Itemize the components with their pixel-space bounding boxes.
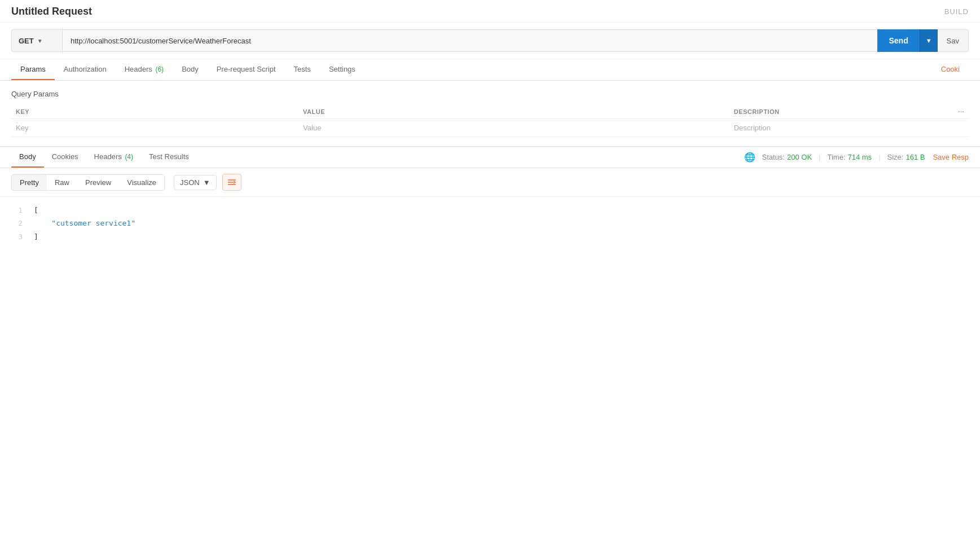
tab-tests[interactable]: Tests <box>285 59 320 80</box>
send-button[interactable]: Send <box>877 29 919 52</box>
size-label: Size: <box>887 153 904 161</box>
col-header-description: DESCRIPTION <box>729 105 921 119</box>
response-meta: 🌐 Status: 200 OK | Time: 714 ms | Size: … <box>744 152 969 162</box>
params-table: KEY VALUE DESCRIPTION ··· Key Value Desc… <box>11 105 969 137</box>
url-bar: GET ▼ Send ▼ Sav <box>0 23 980 59</box>
description-cell[interactable]: Description <box>729 119 921 137</box>
resp-tab-test-results[interactable]: Test Results <box>141 147 197 168</box>
wrap-icon <box>227 178 236 186</box>
tab-body[interactable]: Body <box>173 59 208 80</box>
request-tabs: Params Authorization Headers (6) Body Pr… <box>0 59 980 81</box>
build-label: BUILD <box>944 7 969 16</box>
format-tabs: Pretty Raw Preview Visualize <box>11 174 165 191</box>
col-header-key: KEY <box>11 105 298 119</box>
format-tab-preview[interactable]: Preview <box>77 175 119 190</box>
method-select[interactable]: GET ▼ <box>11 29 62 52</box>
send-label: Send <box>889 36 908 45</box>
value-cell[interactable]: Value <box>298 119 729 137</box>
send-dropdown-arrow[interactable]: ▼ <box>920 29 938 52</box>
format-tab-visualize[interactable]: Visualize <box>119 175 164 190</box>
json-chevron-icon: ▼ <box>203 178 210 187</box>
status-value: 200 OK <box>787 153 812 161</box>
wrap-button[interactable] <box>222 174 241 191</box>
code-string-value: "cutsomer service1" <box>34 217 135 230</box>
tab-cookies[interactable]: Cooki <box>932 59 969 80</box>
globe-icon: 🌐 <box>744 152 755 162</box>
tab-settings[interactable]: Settings <box>320 59 364 80</box>
resp-headers-badge: (4) <box>125 153 133 161</box>
headers-badge: (6) <box>155 65 164 73</box>
format-tab-pretty[interactable]: Pretty <box>12 175 47 190</box>
line-number: 1 <box>11 204 23 217</box>
json-type-label: JSON <box>180 178 200 187</box>
url-input[interactable] <box>62 29 877 52</box>
size-value: 161 B <box>906 153 925 161</box>
request-title: Untitled Request <box>11 6 92 17</box>
chevron-down-icon: ▼ <box>37 38 43 44</box>
code-area: 1 [ 2 "cutsomer service1" 3 ] <box>0 197 980 250</box>
query-params-label: Query Params <box>11 90 969 98</box>
status-label: Status: <box>762 153 785 161</box>
code-bracket-close: ] <box>34 230 38 243</box>
json-type-select[interactable]: JSON ▼ <box>174 175 217 190</box>
tab-authorization[interactable]: Authorization <box>55 59 116 80</box>
response-tabs-bar: Body Cookies Headers (4) Test Results 🌐 … <box>0 147 980 168</box>
request-title-bar: Untitled Request BUILD <box>0 0 980 23</box>
resp-tab-body[interactable]: Body <box>11 147 44 168</box>
code-line-3: 3 ] <box>11 230 969 243</box>
save-button[interactable]: Sav <box>938 29 969 52</box>
tab-headers[interactable]: Headers (6) <box>116 59 173 80</box>
tab-prerequest[interactable]: Pre-request Script <box>208 59 285 80</box>
tab-params[interactable]: Params <box>11 59 55 80</box>
resp-tab-cookies[interactable]: Cookies <box>44 147 86 168</box>
col-header-value: VALUE <box>298 105 729 119</box>
line-number: 2 <box>11 217 23 230</box>
more-cell <box>921 119 969 137</box>
code-bracket-open: [ <box>34 204 38 217</box>
col-header-more[interactable]: ··· <box>921 105 969 119</box>
save-response-button[interactable]: Save Resp <box>933 153 969 161</box>
resp-body-toolbar: Pretty Raw Preview Visualize JSON ▼ <box>0 168 980 197</box>
method-text: GET <box>19 37 34 45</box>
response-section: Body Cookies Headers (4) Test Results 🌐 … <box>0 147 980 250</box>
line-number: 3 <box>11 230 23 243</box>
query-params-section: Query Params KEY VALUE DESCRIPTION ··· K… <box>0 81 980 146</box>
time-label: Time: <box>827 153 845 161</box>
code-line-2: 2 "cutsomer service1" <box>11 217 969 230</box>
key-cell[interactable]: Key <box>11 119 298 137</box>
format-tab-raw[interactable]: Raw <box>47 175 77 190</box>
time-value: 714 ms <box>847 153 872 161</box>
table-row: Key Value Description <box>11 119 969 137</box>
resp-tab-headers[interactable]: Headers (4) <box>86 147 141 168</box>
code-line-1: 1 [ <box>11 204 969 217</box>
